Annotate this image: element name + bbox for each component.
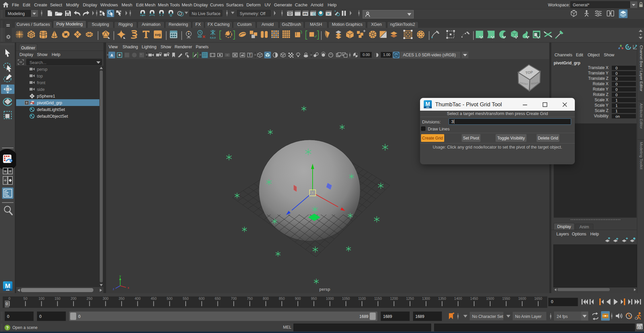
svg-text:{;}: {;}	[637, 326, 642, 329]
svg-text:ACES 1.0 SDR-video (sRGB): ACES 1.0 SDR-video (sRGB)	[403, 53, 456, 57]
svg-text:AYA: AYA	[426, 107, 430, 108]
svg-text:TOP: TOP	[525, 70, 533, 75]
svg-text:0,0,0: 0,0,0	[210, 36, 216, 39]
svg-text:x: x	[128, 286, 129, 289]
svg-text:T: T	[249, 53, 251, 57]
svg-text:M: M	[425, 101, 430, 107]
svg-text:ON: ON	[395, 54, 398, 57]
svg-text:A: A	[110, 53, 113, 57]
svg-text:1.00: 1.00	[383, 53, 390, 57]
svg-text:?: ?	[6, 326, 8, 330]
svg-text:AYA: AYA	[6, 289, 10, 291]
svg-text:M: M	[5, 282, 10, 289]
svg-text:svg: svg	[155, 33, 161, 37]
svg-text:RIGHT: RIGHT	[531, 81, 539, 85]
svg-text:0.00: 0.00	[363, 53, 370, 57]
svg-text:persp: persp	[319, 287, 330, 292]
svg-text:z: z	[113, 287, 114, 291]
svg-text:y: y	[120, 274, 121, 278]
